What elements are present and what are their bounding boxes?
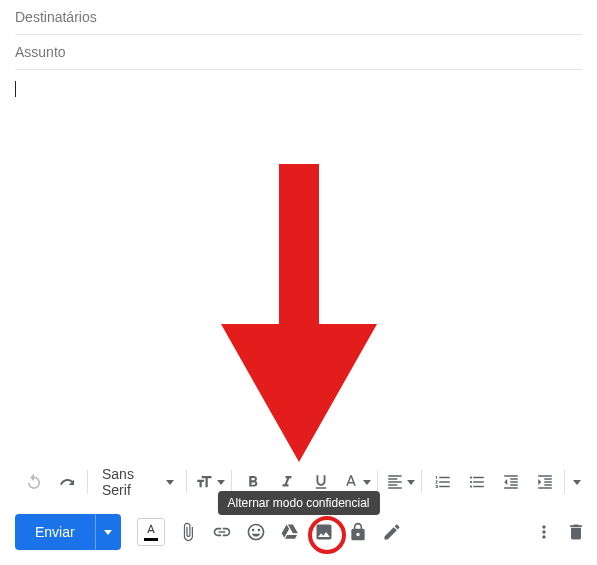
more-options-button[interactable] <box>533 521 555 543</box>
tooltip: Alternar modo confidencial <box>217 491 379 515</box>
chevron-down-icon <box>217 480 225 485</box>
chevron-down-icon <box>104 530 112 535</box>
compose-body[interactable] <box>15 70 582 450</box>
font-family-label: Sans Serif <box>102 466 158 498</box>
insert-photo-button[interactable] <box>313 521 335 543</box>
more-formatting-chevron[interactable] <box>573 480 581 485</box>
discard-draft-button[interactable] <box>565 521 587 543</box>
numbered-list-button[interactable] <box>430 469 456 495</box>
insert-signature-button[interactable] <box>381 521 403 543</box>
subject-field[interactable]: Assunto <box>15 35 582 70</box>
bottom-bar: Enviar <box>15 513 587 551</box>
chevron-down-icon <box>166 480 174 485</box>
align-select[interactable] <box>386 469 415 495</box>
send-label: Enviar <box>35 524 75 540</box>
recipients-field[interactable]: Destinatários <box>15 0 582 35</box>
text-color-underline <box>144 538 158 541</box>
confidential-mode-button[interactable] <box>347 521 369 543</box>
send-button[interactable]: Enviar <box>15 514 95 550</box>
tooltip-text: Alternar modo confidencial <box>227 496 369 510</box>
chevron-down-icon <box>363 480 371 485</box>
bulleted-list-button[interactable] <box>464 469 490 495</box>
recipients-placeholder: Destinatários <box>15 9 97 25</box>
insert-link-button[interactable] <box>211 521 233 543</box>
indent-decrease-button[interactable] <box>498 469 524 495</box>
chevron-down-icon <box>407 480 415 485</box>
redo-button[interactable] <box>55 469 81 495</box>
insert-drive-button[interactable] <box>279 521 301 543</box>
attach-file-button[interactable] <box>177 521 199 543</box>
subject-placeholder: Assunto <box>15 44 66 60</box>
send-options-button[interactable] <box>95 514 121 550</box>
text-cursor <box>15 81 16 97</box>
undo-button[interactable] <box>21 469 47 495</box>
font-family-select[interactable]: Sans Serif <box>96 466 180 498</box>
insert-emoji-button[interactable] <box>245 521 267 543</box>
text-color-button[interactable] <box>137 518 165 546</box>
indent-increase-button[interactable] <box>532 469 558 495</box>
